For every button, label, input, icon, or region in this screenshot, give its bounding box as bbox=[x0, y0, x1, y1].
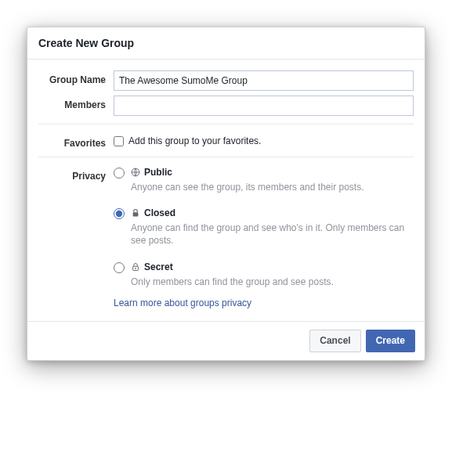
cancel-button[interactable]: Cancel bbox=[309, 330, 360, 352]
modal-footer: Cancel Create bbox=[27, 321, 425, 360]
favorites-label: Favorites bbox=[38, 134, 114, 149]
members-label: Members bbox=[38, 96, 114, 110]
privacy-public-title: Public bbox=[144, 167, 172, 178]
globe-icon bbox=[131, 168, 140, 177]
create-button[interactable]: Create bbox=[366, 330, 415, 352]
privacy-option-public[interactable]: Public Anyone can see the group, its mem… bbox=[114, 167, 414, 193]
privacy-row: Privacy Public Anyone can see the group,… bbox=[38, 167, 414, 308]
group-name-input[interactable] bbox=[114, 70, 414, 91]
favorites-checkbox[interactable] bbox=[114, 136, 124, 146]
divider bbox=[38, 157, 414, 157]
divider bbox=[38, 124, 414, 124]
privacy-closed-title: Closed bbox=[144, 207, 175, 218]
favorites-checkbox-label: Add this group to your favorites. bbox=[128, 135, 261, 146]
privacy-radio-secret[interactable] bbox=[114, 262, 125, 273]
lock-icon bbox=[131, 208, 140, 218]
create-group-modal: Create New Group Group Name Members Favo… bbox=[27, 27, 425, 361]
privacy-label: Privacy bbox=[38, 167, 114, 182]
members-row: Members bbox=[38, 96, 414, 116]
privacy-public-desc: Anyone can see the group, its members an… bbox=[131, 181, 414, 193]
privacy-secret-title: Secret bbox=[144, 261, 173, 272]
favorites-checkbox-wrap[interactable]: Add this group to your favorites. bbox=[114, 134, 414, 146]
privacy-option-secret[interactable]: Secret Only members can find the group a… bbox=[114, 261, 414, 288]
svg-rect-1 bbox=[133, 212, 139, 216]
members-input[interactable] bbox=[114, 96, 414, 116]
favorites-row: Favorites Add this group to your favorit… bbox=[38, 134, 414, 149]
svg-point-3 bbox=[135, 268, 136, 269]
modal-title: Create New Group bbox=[38, 37, 414, 49]
privacy-radio-closed[interactable] bbox=[114, 208, 125, 219]
privacy-option-closed[interactable]: Closed Anyone can find the group and see… bbox=[114, 207, 414, 247]
privacy-secret-desc: Only members can find the group and see … bbox=[131, 276, 414, 288]
privacy-closed-desc: Anyone can find the group and see who's … bbox=[131, 222, 414, 247]
privacy-radio-public[interactable] bbox=[114, 168, 125, 178]
modal-body: Group Name Members Favorites Add this gr… bbox=[27, 60, 425, 321]
group-name-row: Group Name bbox=[38, 70, 414, 91]
group-name-label: Group Name bbox=[38, 70, 114, 85]
privacy-learn-more-link[interactable]: Learn more about groups privacy bbox=[114, 298, 251, 308]
modal-header: Create New Group bbox=[27, 27, 425, 60]
lock-closed-icon bbox=[131, 262, 140, 272]
